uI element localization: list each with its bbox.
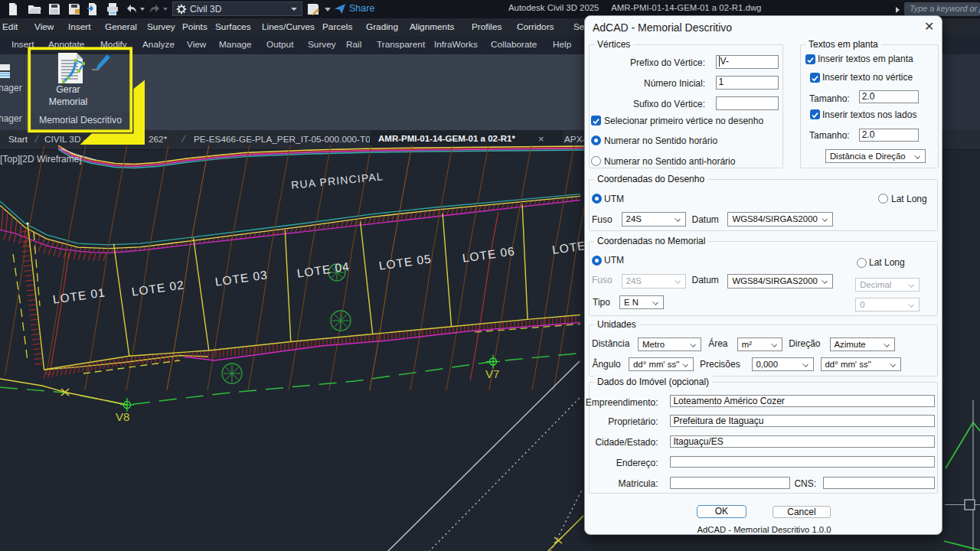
svg-text:RUA PRINCIPAL: RUA PRINCIPAL [290,170,384,191]
svg-text:LOTE 01: LOTE 01 [52,285,106,305]
svg-text:V8: V8 [116,410,129,423]
svg-text:LOTE 02: LOTE 02 [131,278,185,298]
svg-text:LOTE 05: LOTE 05 [378,252,433,272]
svg-text:LOTE 04: LOTE 04 [296,259,351,279]
svg-text:V7: V7 [485,367,499,380]
svg-text:LOTE 03: LOTE 03 [214,268,269,288]
